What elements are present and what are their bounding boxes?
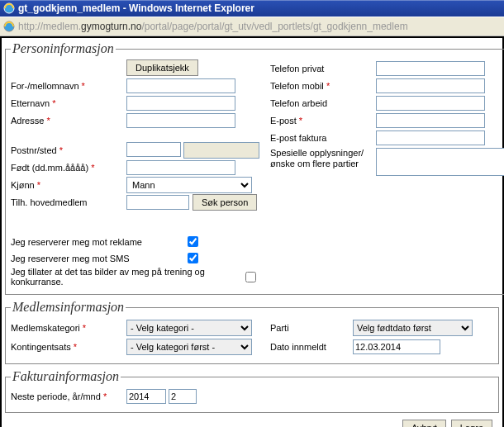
label-tillater-bilder: Jeg tillater at det tas bilder av meg på… [11,267,242,287]
section-title-personinformasjon: Personinformasjon [11,41,116,56]
input-neste-periode-mnd[interactable] [169,389,197,404]
label-etternavn: Etternavn * [11,98,126,108]
section-personinformasjon: Personinformasjon Duplikatsjekk For-/mel… [5,41,504,295]
input-telefon-mobil[interactable] [376,78,485,93]
url-part-gray2: /portal/page/portal/gt_utv/vedl_portlets… [141,21,407,32]
label-epost-faktura: E-post faktura [270,133,376,143]
input-dato-innmeldt[interactable] [353,339,440,354]
input-etternavn[interactable] [126,96,235,111]
url-part-domain: gymogturn.no [81,21,141,32]
select-kjonn[interactable]: Mann [126,177,252,193]
input-telefon-privat[interactable] [376,61,485,76]
url-text[interactable]: http://medlem.gymogturn.no/portal/page/p… [18,21,408,32]
label-medlemskategori: Medlemskategori * [11,323,126,333]
label-kontingentsats: Kontingentsats * [11,342,126,352]
label-for-mellomnavn: For-/mellomnavn * [11,81,126,91]
checkbox-tillater-bilder[interactable] [245,272,256,282]
label-parti: Parti [270,323,353,333]
select-medlemskategori[interactable]: - Velg kategori - [126,320,252,336]
label-tilh-hovedmedlem: Tilh. hovedmedlem [11,197,126,207]
input-tilh-hovedmedlem[interactable] [126,195,189,210]
label-dato-innmeldt: Dato innmeldt [270,342,353,352]
section-fakturainformasjon: Fakturainformasjon Neste periode, år/mnd… [5,369,499,413]
label-epost: E-post * [270,116,376,126]
label-kjonn: Kjønn * [11,180,126,190]
label-neste-periode: Neste periode, år/mnd * [11,391,126,401]
section-title-medlemsinformasjon: Medlemsinformasjon [11,300,126,315]
window-title: gt_godkjenn_medlem - Windows Internet Ex… [18,2,254,14]
page-content: Personinformasjon Duplikatsjekk For-/mel… [0,36,504,427]
section-title-fakturainformasjon: Fakturainformasjon [11,369,121,384]
label-adresse: Adresse * [11,116,126,126]
select-kontingentsats[interactable]: - Velg kategori først - [126,339,252,355]
label-reserverer-sms: Jeg reserverer meg mot SMS [11,254,184,263]
input-fodt[interactable] [126,160,235,175]
url-part-gray1: http://medlem. [18,21,81,32]
ie-icon [3,21,15,32]
section-medlemsinformasjon: Medlemsinformasjon Medlemskategori * - V… [5,300,499,364]
label-fodt: Født (dd.mm.åååå) * [11,163,126,173]
input-neste-periode-ar[interactable] [126,389,166,404]
avbryt-button[interactable]: Avbryt [402,420,446,427]
checkbox-reserverer-reklame[interactable] [188,236,198,247]
label-telefon-mobil: Telefon mobil * [270,81,376,91]
select-parti[interactable]: Velg fødtdato først [353,320,473,336]
sok-person-button[interactable]: Søk person [193,194,257,211]
input-epost-faktura[interactable] [376,130,485,145]
input-epost[interactable] [376,113,485,128]
lagre-button[interactable]: Lagre [451,420,492,427]
ie-icon [3,2,15,14]
input-for-mellomnavn[interactable] [126,78,235,93]
label-telefon-arbeid: Telefon arbeid [270,98,376,108]
input-postnr[interactable] [126,142,181,157]
label-spesielle: Spesielle opplysninger/ ønske om flere p… [270,148,376,169]
label-reserverer-reklame: Jeg reserverer meg mot reklame [11,237,184,247]
input-telefon-arbeid[interactable] [376,96,485,111]
window-titlebar: gt_godkjenn_medlem - Windows Internet Ex… [0,0,504,17]
checkbox-reserverer-sms[interactable] [188,253,198,263]
address-bar: http://medlem.gymogturn.no/portal/page/p… [0,17,504,36]
bottom-button-bar: Avbryt Lagre [3,418,501,427]
label-telefon-privat: Telefon privat [270,64,376,74]
textarea-spesielle[interactable] [376,148,504,176]
duplikatsjekk-button[interactable]: Duplikatsjekk [126,59,198,76]
input-adresse[interactable] [126,113,235,128]
label-postnr: Postnr/sted * [11,145,126,155]
input-sted [183,142,259,159]
